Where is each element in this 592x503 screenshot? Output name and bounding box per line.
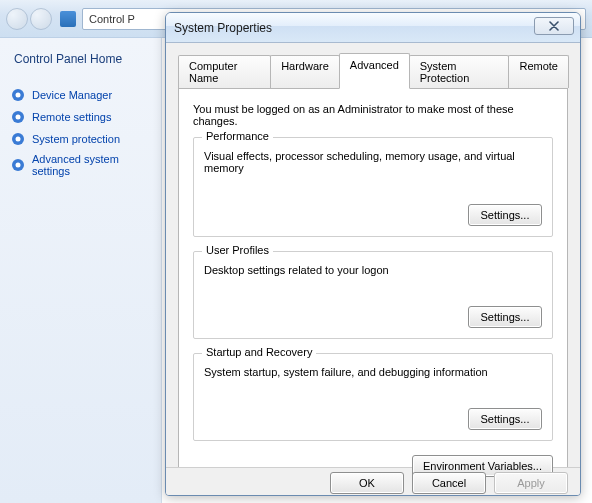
group-title: User Profiles <box>202 244 273 256</box>
system-properties-dialog: System Properties Computer Name Hardware… <box>165 12 581 496</box>
breadcrumb-item: Control P <box>89 13 135 25</box>
sidebar-item-device-manager[interactable]: Device Manager <box>8 84 153 106</box>
sidebar-item-label: System protection <box>32 133 120 145</box>
group-desc: Visual effects, processor scheduling, me… <box>204 150 542 174</box>
group-title: Startup and Recovery <box>202 346 316 358</box>
tab-computer-name[interactable]: Computer Name <box>178 55 271 88</box>
sidebar: Control Panel Home Device Manager Remote… <box>0 38 162 503</box>
tab-system-protection[interactable]: System Protection <box>409 55 510 88</box>
group-actions: Settings... <box>204 204 542 226</box>
sidebar-item-advanced-system-settings[interactable]: Advanced system settings <box>8 150 153 180</box>
sidebar-item-label: Advanced system settings <box>32 153 151 177</box>
cancel-button[interactable]: Cancel <box>412 472 486 494</box>
tab-label: Remote <box>519 60 558 72</box>
group-actions: Settings... <box>204 306 542 328</box>
apply-button[interactable]: Apply <box>494 472 568 494</box>
remote-settings-icon <box>10 109 26 125</box>
sidebar-item-system-protection[interactable]: System protection <box>8 128 153 150</box>
sidebar-item-remote-settings[interactable]: Remote settings <box>8 106 153 128</box>
user-profiles-settings-button[interactable]: Settings... <box>468 306 542 328</box>
group-title: Performance <box>202 130 273 142</box>
tab-label: Advanced <box>350 59 399 71</box>
device-manager-icon <box>10 87 26 103</box>
group-performance: Performance Visual effects, processor sc… <box>193 137 553 237</box>
startup-recovery-settings-button[interactable]: Settings... <box>468 408 542 430</box>
system-protection-icon <box>10 131 26 147</box>
tab-label: System Protection <box>420 60 470 84</box>
tabstrip: Computer Name Hardware Advanced System P… <box>178 53 568 89</box>
tab-label: Hardware <box>281 60 329 72</box>
sidebar-item-label: Remote settings <box>32 111 111 123</box>
svg-point-5 <box>16 137 21 142</box>
group-user-profiles: User Profiles Desktop settings related t… <box>193 251 553 339</box>
tab-panel-advanced: You must be logged on as an Administrato… <box>178 89 568 477</box>
advanced-settings-icon <box>10 157 26 173</box>
sidebar-home-label[interactable]: Control Panel Home <box>8 52 153 66</box>
performance-settings-button[interactable]: Settings... <box>468 204 542 226</box>
back-button[interactable] <box>6 8 28 30</box>
tab-hardware[interactable]: Hardware <box>270 55 340 88</box>
sidebar-item-label: Device Manager <box>32 89 112 101</box>
close-button[interactable] <box>534 17 574 35</box>
intro-text: You must be logged on as an Administrato… <box>193 103 553 127</box>
dialog-titlebar: System Properties <box>166 13 580 43</box>
svg-point-3 <box>16 115 21 120</box>
svg-point-1 <box>16 93 21 98</box>
address-icon <box>60 11 76 27</box>
dialog-body: Computer Name Hardware Advanced System P… <box>166 43 580 467</box>
ok-button[interactable]: OK <box>330 472 404 494</box>
group-actions: Settings... <box>204 408 542 430</box>
tab-advanced[interactable]: Advanced <box>339 53 410 89</box>
dialog-title: System Properties <box>174 21 272 35</box>
forward-button[interactable] <box>30 8 52 30</box>
dialog-footer: OK Cancel Apply <box>166 467 580 496</box>
nav-buttons <box>6 8 52 30</box>
tab-remote[interactable]: Remote <box>508 55 569 88</box>
tab-label: Computer Name <box>189 60 237 84</box>
group-desc: Desktop settings related to your logon <box>204 264 542 276</box>
group-desc: System startup, system failure, and debu… <box>204 366 542 378</box>
close-icon <box>549 21 559 31</box>
svg-point-7 <box>16 163 21 168</box>
group-startup-recovery: Startup and Recovery System startup, sys… <box>193 353 553 441</box>
